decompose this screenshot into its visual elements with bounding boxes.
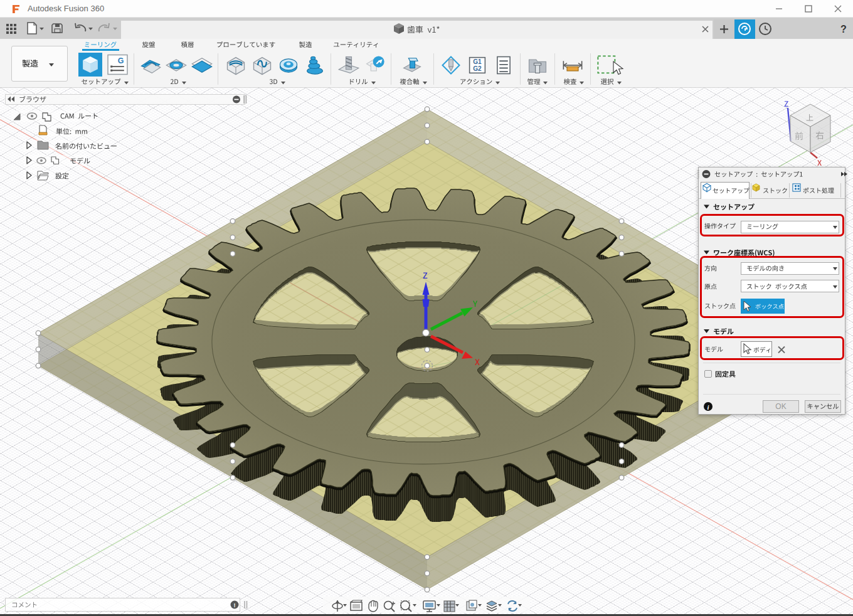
svg-text:G: G — [118, 56, 124, 65]
svg-text:G2: G2 — [473, 65, 482, 72]
svg-text:G1: G1 — [473, 58, 482, 65]
